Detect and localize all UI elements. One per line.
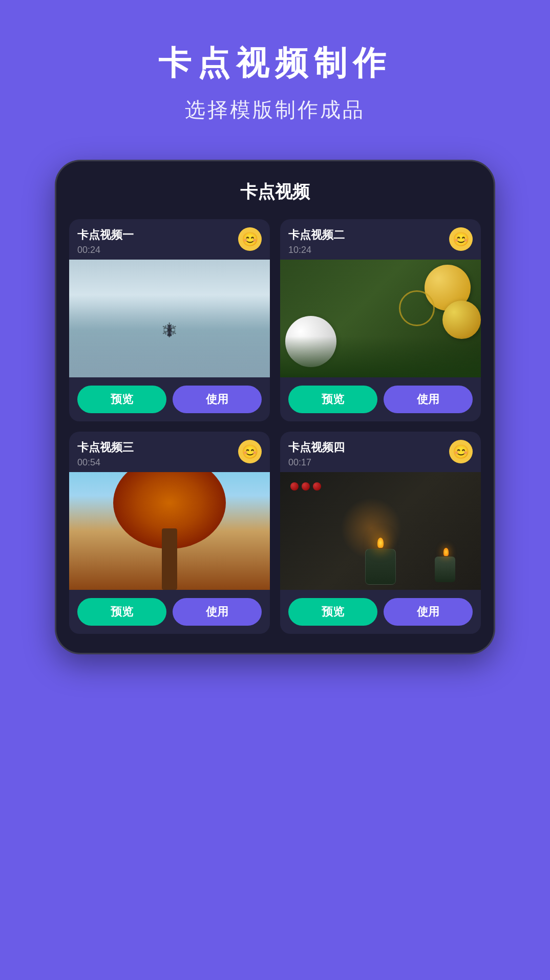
card-1-buttons: 预览 使用 <box>69 377 270 421</box>
card-3-header: 卡点视频三 00:54 😊 <box>69 432 270 472</box>
card-1-header: 卡点视频一 00:24 😊 <box>69 219 270 260</box>
card-2-header: 卡点视频二 10:24 😊 <box>280 219 481 260</box>
card-1-title: 卡点视频一 <box>77 227 134 243</box>
card-3-preview-button[interactable]: 预览 <box>77 598 166 626</box>
card-1-preview-button[interactable]: 预览 <box>77 386 166 413</box>
card-3-use-button[interactable]: 使用 <box>173 598 262 626</box>
card-4-info: 卡点视频四 00:17 <box>288 440 345 468</box>
card-2-buttons: 预览 使用 <box>280 377 481 421</box>
card-2-image <box>280 260 481 377</box>
card-1-duration: 00:24 <box>77 245 134 255</box>
hero-subtitle: 选择模版制作成品 <box>158 96 392 124</box>
card-3-info: 卡点视频三 00:54 <box>77 440 134 468</box>
card-2-preview-button[interactable]: 预览 <box>288 386 377 413</box>
card-4-preview-button[interactable]: 预览 <box>288 598 377 626</box>
card-2-emoji: 😊 <box>449 227 473 251</box>
video-card-2: 卡点视频二 10:24 😊 预览 使用 <box>280 219 481 421</box>
card-3-title: 卡点视频三 <box>77 440 134 455</box>
card-4-title: 卡点视频四 <box>288 440 345 455</box>
card-4-emoji: 😊 <box>449 440 473 463</box>
card-4-buttons: 预览 使用 <box>280 590 481 634</box>
card-4-image <box>280 472 481 590</box>
card-1-image <box>69 260 270 377</box>
phone-frame: 卡点视频 卡点视频一 00:24 😊 预览 使用 卡点视频 <box>55 160 495 654</box>
card-4-use-button[interactable]: 使用 <box>384 598 473 626</box>
video-card-1: 卡点视频一 00:24 😊 预览 使用 <box>69 219 270 421</box>
card-3-buttons: 预览 使用 <box>69 590 270 634</box>
card-1-emoji: 😊 <box>238 227 262 251</box>
card-1-use-button[interactable]: 使用 <box>173 386 262 413</box>
card-3-emoji: 😊 <box>238 440 262 463</box>
video-card-4: 卡点视频四 00:17 😊 预览 使用 <box>280 432 481 634</box>
video-grid: 卡点视频一 00:24 😊 预览 使用 卡点视频二 10:24 😊 <box>69 219 481 634</box>
card-2-duration: 10:24 <box>288 245 345 255</box>
video-card-3: 卡点视频三 00:54 😊 预览 使用 <box>69 432 270 634</box>
hero-section: 卡点视频制作 选择模版制作成品 <box>138 0 412 144</box>
card-2-use-button[interactable]: 使用 <box>384 386 473 413</box>
hero-title: 卡点视频制作 <box>158 41 392 86</box>
card-3-duration: 00:54 <box>77 457 134 468</box>
phone-screen-title: 卡点视频 <box>69 175 481 204</box>
card-4-duration: 00:17 <box>288 457 345 468</box>
card-2-info: 卡点视频二 10:24 <box>288 227 345 255</box>
card-2-title: 卡点视频二 <box>288 227 345 243</box>
card-3-image <box>69 472 270 590</box>
card-1-info: 卡点视频一 00:24 <box>77 227 134 255</box>
card-4-header: 卡点视频四 00:17 😊 <box>280 432 481 472</box>
